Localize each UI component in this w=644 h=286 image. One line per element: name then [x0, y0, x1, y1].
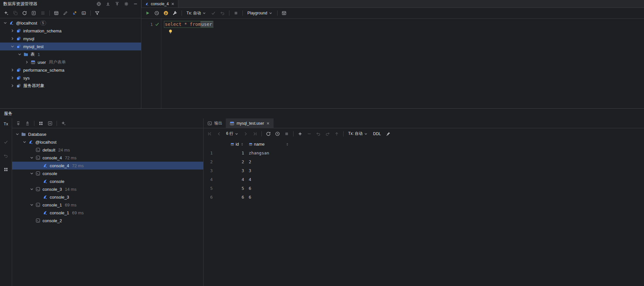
duplicate-button[interactable] — [11, 9, 20, 17]
chevron-down-icon[interactable] — [3, 20, 8, 26]
close-icon[interactable] — [171, 2, 175, 6]
result-tx-mode-dropdown[interactable]: Tx: 自动 — [346, 130, 370, 138]
chevron-down-icon[interactable] — [15, 132, 20, 137]
table-row[interactable]: 11zhangsan — [204, 149, 644, 157]
revert-button[interactable] — [314, 130, 323, 138]
chevron-down-icon[interactable] — [22, 139, 27, 145]
chevron-down-icon[interactable] — [10, 44, 15, 49]
web-button[interactable] — [95, 0, 103, 8]
cell-id[interactable]: 2 — [217, 159, 246, 164]
cell-name[interactable]: 6 — [246, 195, 289, 200]
chevron-right-icon[interactable] — [24, 60, 29, 65]
tx-strip-label[interactable]: Tx — [4, 119, 8, 129]
table-row[interactable]: 556 — [204, 184, 644, 193]
chevron-down-icon[interactable] — [29, 202, 34, 207]
cell-name[interactable]: 3 — [246, 168, 289, 173]
delete-row-button[interactable] — [305, 130, 313, 138]
table-row[interactable]: 333 — [204, 166, 644, 175]
intention-bulb-icon[interactable] — [168, 29, 173, 34]
cell-name[interactable]: 6 — [246, 186, 289, 191]
cell-id[interactable]: 3 — [217, 168, 246, 173]
group-by-button[interactable] — [37, 119, 45, 127]
cell-name[interactable]: 2 — [246, 159, 289, 164]
hide-panel-button[interactable] — [131, 0, 140, 8]
commit-button[interactable] — [209, 9, 218, 17]
chevron-down-icon[interactable] — [29, 155, 34, 160]
explorer-item-information_schema[interactable]: information_schema — [0, 27, 141, 35]
services-item-console_3[interactable]: console_314 ms — [12, 185, 203, 193]
add-service-button[interactable] — [59, 119, 68, 127]
commit-strip-button[interactable] — [2, 138, 10, 146]
reload-data-button[interactable] — [264, 130, 273, 138]
services-item-console_1[interactable]: console_169 ms — [12, 209, 203, 217]
auto-refresh-button[interactable] — [273, 130, 282, 138]
filter-button[interactable] — [93, 9, 101, 17]
explorer-item-localhost[interactable]: @localhost5 — [0, 19, 141, 27]
explorer-item-mysql_test[interactable]: mysql_test — [0, 43, 141, 50]
tab-console-4[interactable]: console_4 — [141, 0, 178, 8]
playground-dropdown[interactable]: Playground — [245, 9, 275, 17]
collapse-all-button[interactable] — [23, 119, 32, 127]
column-header-id[interactable]: id — [217, 142, 246, 147]
explorer-item-item[interactable]: 表1 — [0, 50, 141, 58]
cell-name[interactable]: zhangsan — [246, 151, 289, 155]
submit-changes-button[interactable] — [29, 9, 38, 17]
chevron-down-icon[interactable] — [29, 187, 34, 192]
chevron-right-icon[interactable] — [10, 67, 15, 73]
rollback-strip-button[interactable] — [2, 152, 10, 160]
profile-button[interactable]: p — [162, 9, 170, 17]
chevron-right-icon[interactable] — [10, 36, 15, 41]
output-layout-button[interactable] — [280, 9, 288, 17]
column-header-name[interactable]: name — [246, 142, 289, 147]
explorer-item-user[interactable]: user用户表单 — [0, 58, 141, 66]
stop-query-button[interactable] — [282, 130, 291, 138]
last-page-button[interactable] — [251, 130, 259, 138]
tx-mode-dropdown[interactable]: Tx: 自动 — [184, 9, 208, 17]
chevron-down-icon[interactable] — [29, 171, 34, 176]
ql-console-button[interactable]: QL — [80, 9, 88, 17]
execution-history-button[interactable] — [152, 9, 161, 17]
edit-source-button[interactable] — [61, 9, 70, 17]
services-item-console_4[interactable]: console_472 ms — [12, 162, 203, 170]
cell-id[interactable]: 4 — [217, 177, 246, 182]
settings-button[interactable] — [122, 0, 131, 8]
page-size-dropdown[interactable]: 6 行 — [224, 130, 241, 138]
rows-button[interactable] — [39, 9, 47, 17]
prev-page-button[interactable] — [215, 130, 223, 138]
table-row[interactable]: 666 — [204, 193, 644, 202]
first-page-button[interactable] — [206, 130, 214, 138]
upload-button[interactable] — [113, 0, 121, 8]
sort-icon[interactable] — [285, 142, 289, 146]
run-button[interactable] — [143, 9, 152, 17]
add-row-button[interactable] — [296, 130, 304, 138]
tab-output[interactable]: 输出 — [204, 118, 226, 128]
cell-id[interactable]: 5 — [217, 186, 246, 191]
chevron-right-icon[interactable] — [10, 75, 15, 80]
tab-mysql-test-user[interactable]: mysql_test.user — [226, 118, 274, 128]
explorer-item-sys[interactable]: sys — [0, 74, 141, 82]
pin-tab-button[interactable] — [384, 130, 392, 138]
explorer-item-mysql[interactable]: mysql — [0, 35, 141, 43]
services-item-console_4[interactable]: console_472 ms — [12, 154, 203, 162]
cell-name[interactable]: 4 — [246, 177, 289, 182]
console-settings-button[interactable] — [171, 9, 179, 17]
redo-button[interactable] — [323, 130, 332, 138]
submit-rows-button[interactable] — [332, 130, 341, 138]
cell-id[interactable]: 6 — [217, 195, 246, 200]
stop-button[interactable] — [232, 9, 240, 17]
close-icon[interactable] — [266, 121, 270, 125]
rollback-button[interactable] — [218, 9, 227, 17]
ddl-button[interactable]: DDL — [371, 130, 383, 138]
explorer-item-performance_schema[interactable]: performance_schema — [0, 66, 141, 74]
chevron-right-icon[interactable] — [10, 28, 15, 33]
add-datasource-button[interactable] — [2, 9, 10, 17]
cell-id[interactable]: 1 — [217, 151, 246, 155]
sql-editor[interactable]: 1 select * from user — [141, 19, 644, 108]
layout-strip-button[interactable] — [2, 165, 10, 174]
services-item-console[interactable]: console — [12, 177, 203, 185]
services-item-console_1[interactable]: console_169 ms — [12, 201, 203, 209]
expand-all-button[interactable] — [14, 119, 23, 127]
explorer-item-item[interactable]: 服务器对象 — [0, 82, 141, 90]
refresh-button[interactable] — [20, 9, 29, 17]
sort-icon[interactable] — [240, 142, 244, 146]
